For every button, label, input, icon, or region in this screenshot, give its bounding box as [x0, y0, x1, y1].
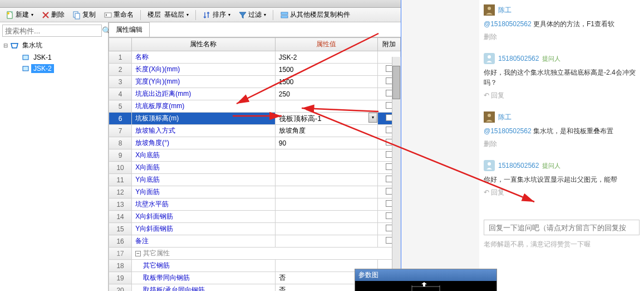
sort-button[interactable]: 排序 ▾	[199, 9, 234, 21]
value-cell[interactable]	[275, 186, 377, 198]
at-mention[interactable]: @15180502562	[484, 127, 532, 135]
svg-rect-8	[23, 66, 28, 71]
value-cell[interactable]	[275, 211, 377, 223]
table-row[interactable]: 6坑板顶标高(m)▾	[109, 113, 401, 125]
sort-label: 排序	[213, 10, 226, 20]
table-row[interactable]: 3宽度(Y向)(mm)1500	[109, 76, 401, 88]
table-row[interactable]: 4坑底出边距离(mm)250	[109, 88, 401, 100]
avatar[interactable]	[484, 53, 495, 64]
collapse-icon[interactable]: ⊟	[2, 42, 9, 48]
chat-body: @15180502562 集水坑，是和筏板重叠布置	[484, 126, 640, 136]
value-cell[interactable]: JSK-2	[275, 51, 377, 64]
value-cell[interactable]	[275, 223, 377, 235]
chat-actions: 删除	[484, 32, 640, 42]
svg-rect-4	[105, 13, 111, 17]
table-row[interactable]: 5坑底板厚度(mm)	[109, 100, 401, 113]
at-mention[interactable]: @15180502562	[484, 20, 532, 28]
table-row[interactable]: 15Y向斜面钢筋	[109, 223, 401, 235]
floors-icon	[280, 11, 289, 20]
avatar[interactable]	[484, 160, 495, 171]
floor-value: 基础层	[164, 10, 184, 20]
avatar[interactable]	[484, 4, 495, 16]
table-row[interactable]: 12Y向面筋	[109, 186, 401, 198]
reply-icon: ↶	[484, 188, 489, 196]
delete-button[interactable]: 删除	[38, 9, 68, 21]
chat-action-delete[interactable]: 删除	[484, 32, 497, 42]
chat-body: 你好，我的这个集水坑独立基础底标高是-2.4会冲突吗？	[484, 67, 640, 88]
row-number: 3	[109, 76, 132, 88]
chevron-down-icon: ▾	[31, 12, 33, 17]
chat-username[interactable]: 陈工	[498, 6, 512, 15]
tree-item[interactable]: JSK-2	[13, 63, 106, 74]
value-cell[interactable]: 放坡角度	[275, 125, 377, 137]
scroll-thumb[interactable]	[392, 66, 400, 99]
tab-property-edit[interactable]: 属性编辑	[109, 22, 150, 37]
value-cell[interactable]	[275, 149, 377, 162]
copy-from-floor-button[interactable]: 从其他楼层复制构件	[277, 9, 353, 21]
row-number: 12	[109, 186, 132, 198]
value-cell[interactable]: 1500	[275, 76, 377, 88]
value-cell[interactable]	[275, 162, 377, 174]
chat-action-delete[interactable]: 删除	[484, 139, 497, 149]
tree-item[interactable]: JSK-1	[13, 52, 106, 63]
value-edit-input[interactable]	[279, 114, 365, 123]
value-cell-editing[interactable]: ▾	[275, 113, 377, 125]
chat-body: 你好，一直集水坑设置显示超出父图元，能帮	[484, 174, 640, 185]
table-row[interactable]: 1名称JSK-2	[109, 51, 401, 64]
value-cell[interactable]: 90	[275, 137, 377, 149]
new-button[interactable]: 新建 ▾	[2, 9, 37, 21]
chat-actions: 删除	[484, 139, 640, 149]
rename-button[interactable]: 重命名	[100, 9, 137, 21]
chat-username[interactable]: 陈工	[498, 113, 512, 122]
name-cell: 坑板顶标高(m)	[132, 113, 276, 125]
reply-input[interactable]	[484, 220, 640, 235]
filter-button[interactable]: 过滤 ▾	[235, 9, 269, 21]
chat-username[interactable]: 15180502562	[498, 55, 539, 62]
copy-button[interactable]: 复制	[69, 9, 99, 21]
table-row[interactable]: 14X向斜面钢筋	[109, 211, 401, 223]
avatar[interactable]	[484, 111, 495, 123]
svg-point-26	[488, 114, 491, 117]
table-row[interactable]: 16备注	[109, 235, 401, 248]
chat-actions: ↶ 回复	[484, 188, 640, 197]
dropdown-button[interactable]: ▾	[368, 113, 377, 123]
row-number: 5	[109, 100, 132, 113]
value-cell[interactable]	[275, 174, 377, 186]
table-row[interactable]: 13坑壁水平筋	[109, 198, 401, 211]
minus-icon[interactable]: −	[135, 251, 141, 256]
chat-message: 15180502562 提问人 你好，一直集水坑设置显示超出父图元，能帮 ↶ 回…	[484, 160, 640, 197]
col-header-blank	[109, 38, 132, 51]
table-row[interactable]: 17−其它属性	[109, 248, 401, 260]
search-input[interactable]	[2, 25, 102, 37]
chat-username[interactable]: 15180502562	[498, 162, 539, 169]
table-row[interactable]: 9X向底筋	[109, 149, 401, 162]
col-header-extra: 附加	[377, 38, 400, 51]
value-cell[interactable]: 250	[275, 88, 377, 100]
value-cell[interactable]	[275, 235, 377, 248]
chat-action-reply[interactable]: ↶ 回复	[484, 91, 504, 100]
value-cell[interactable]: 1500	[275, 64, 377, 76]
preview-title: 参数图	[355, 269, 496, 281]
table-row[interactable]: 10X向面筋	[109, 162, 401, 174]
name-cell: 名称	[132, 51, 276, 64]
table-row[interactable]: 11Y向底筋	[109, 174, 401, 186]
vertical-scrollbar[interactable]	[392, 57, 401, 291]
name-cell: 坑底出边距离(mm)	[132, 88, 276, 100]
floor-dropdown[interactable]: 楼层 基础层 ▾	[144, 9, 192, 21]
row-number: 2	[109, 64, 132, 76]
sort-icon	[203, 11, 212, 20]
name-cell: Y向底筋	[132, 174, 276, 186]
table-row[interactable]: 8放坡角度(°)90	[109, 137, 401, 149]
component-icon	[21, 53, 30, 62]
chat-action-reply[interactable]: ↶ 回复	[484, 188, 504, 197]
value-cell[interactable]	[275, 100, 377, 113]
value-cell[interactable]	[275, 198, 377, 211]
tree-root[interactable]: ⊟ 集水坑	[2, 39, 106, 52]
filter-label: 过滤	[248, 10, 262, 20]
table-row[interactable]: 7放坡输入方式放坡角度	[109, 125, 401, 137]
svg-rect-5	[281, 16, 288, 18]
copy-from-floor-label: 从其他楼层复制构件	[290, 10, 350, 20]
svg-rect-7	[23, 55, 28, 60]
svg-point-22	[488, 7, 491, 10]
table-row[interactable]: 2长度(X向)(mm)1500	[109, 64, 401, 76]
